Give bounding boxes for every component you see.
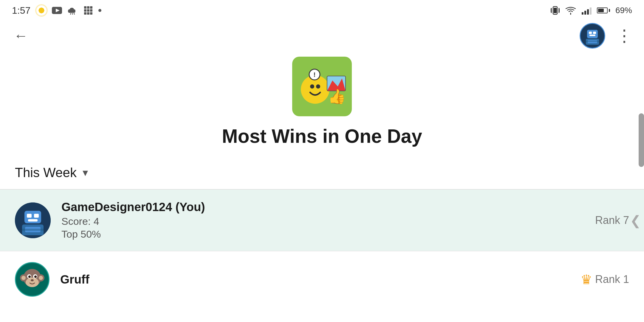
more-menu-button[interactable]: ⋮ [616, 32, 632, 40]
current-user-score: Score: 4 [61, 216, 584, 227]
svg-point-48 [26, 278, 39, 287]
svg-rect-8 [84, 9, 86, 12]
back-button[interactable]: ← [12, 27, 30, 45]
svg-rect-45 [22, 229, 44, 231]
current-user-info: GameDesigner0124 (You) Score: 4 Top 50% [61, 200, 584, 240]
nav-right: ⋮ [580, 23, 632, 49]
svg-rect-13 [90, 12, 92, 15]
svg-rect-41 [34, 214, 39, 218]
second-player-card: Gruff ♛ Rank 1 [0, 251, 644, 307]
expand-arrow-icon[interactable]: ❮ [630, 213, 641, 228]
dropdown-arrow-icon: ▾ [83, 166, 88, 179]
svg-line-2 [70, 13, 71, 15]
second-player-info: Gruff [60, 273, 570, 286]
status-time: 1:57 [12, 5, 30, 16]
svg-rect-12 [87, 12, 89, 15]
battery-percentage: 69% [615, 6, 632, 15]
status-bar: 1:57 [0, 0, 644, 21]
svg-text:!: ! [313, 71, 315, 78]
second-player-rank-container: ♛ Rank 1 [580, 272, 629, 287]
svg-rect-40 [27, 214, 32, 218]
svg-point-57 [39, 276, 43, 280]
cloud-icon [67, 6, 78, 15]
svg-line-4 [74, 13, 75, 15]
game-icon-svg: ! 👍 [294, 58, 350, 115]
svg-point-55 [21, 276, 26, 280]
notification-dot [98, 9, 101, 12]
user-avatar[interactable] [580, 23, 605, 49]
svg-rect-23 [593, 32, 596, 34]
game-icon: ! 👍 [292, 57, 352, 116]
second-player-name: Gruff [60, 273, 570, 286]
svg-point-30 [310, 84, 314, 89]
svg-rect-5 [84, 6, 86, 9]
battery-icon [597, 7, 610, 13]
svg-rect-24 [589, 35, 595, 36]
svg-rect-21 [587, 30, 598, 38]
youtube-icon [52, 7, 62, 14]
svg-rect-10 [90, 9, 92, 12]
game-title: Most Wins in One Day [222, 126, 422, 147]
status-bar-left: 1:57 [12, 5, 101, 16]
top-nav: ← ⋮ [0, 21, 644, 51]
scrollbar[interactable] [639, 113, 644, 167]
status-bar-right: 69% [551, 5, 632, 16]
svg-rect-6 [87, 6, 89, 9]
svg-rect-15 [554, 8, 557, 13]
wifi-icon [565, 6, 576, 15]
svg-text:👍: 👍 [328, 88, 346, 105]
svg-point-53 [31, 279, 34, 281]
current-user-percentile: Top 50% [61, 228, 584, 240]
filter-row[interactable]: This Week ▾ [0, 156, 644, 189]
filter-label: This Week [15, 165, 77, 180]
svg-rect-9 [87, 9, 89, 12]
current-user-name: GameDesigner0124 (You) [61, 200, 584, 214]
svg-rect-7 [90, 6, 92, 9]
svg-point-52 [34, 275, 37, 278]
current-user-avatar [15, 202, 51, 238]
sun-icon [36, 5, 47, 16]
game-icon-area: ! 👍 [0, 51, 644, 125]
vibrate-icon [551, 5, 560, 16]
current-user-card: GameDesigner0124 (You) Score: 4 Top 50% … [0, 190, 644, 251]
svg-rect-27 [586, 41, 599, 42]
svg-rect-11 [84, 12, 86, 15]
svg-point-31 [316, 84, 320, 89]
second-player-rank: Rank 1 [595, 273, 629, 286]
svg-rect-22 [589, 32, 592, 34]
crown-icon: ♛ [580, 272, 592, 287]
game-title-container: Most Wins in One Day [0, 125, 644, 156]
back-arrow-icon: ← [14, 29, 28, 43]
current-user-rank: Rank 7 [595, 214, 629, 227]
svg-point-51 [28, 275, 31, 278]
status-icons [36, 5, 101, 16]
second-player-avatar [15, 262, 49, 297]
grid-dots-icon [83, 6, 93, 15]
signal-icon [582, 6, 592, 15]
svg-rect-42 [28, 219, 38, 222]
